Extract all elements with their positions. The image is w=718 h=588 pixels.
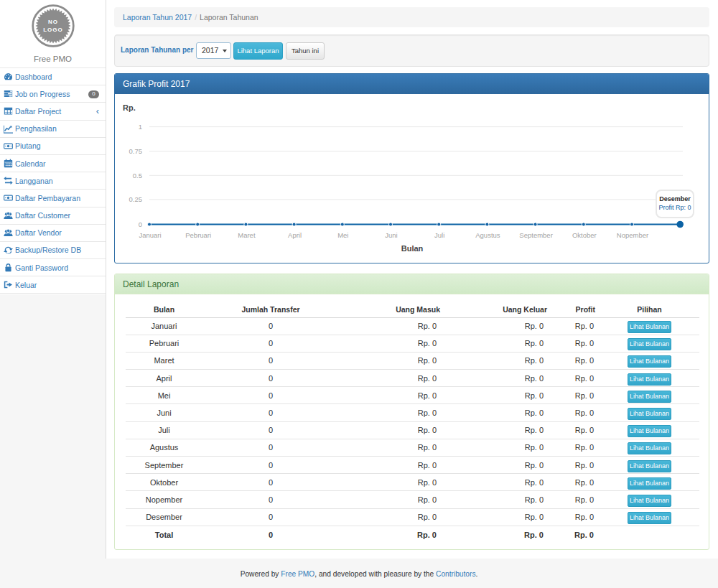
svg-text:0.5: 0.5 bbox=[133, 172, 142, 179]
svg-text:Nopember: Nopember bbox=[617, 231, 648, 239]
svg-text:Januari: Januari bbox=[139, 231, 161, 239]
svg-text:April: April bbox=[288, 231, 302, 239]
svg-text:0.25: 0.25 bbox=[129, 195, 143, 203]
svg-text:Pebruari: Pebruari bbox=[185, 231, 211, 239]
svg-text:0: 0 bbox=[139, 220, 142, 228]
svg-text:Oktober: Oktober bbox=[572, 231, 597, 239]
svg-text:LOGO: LOGO bbox=[43, 27, 63, 33]
svg-text:1: 1 bbox=[139, 123, 142, 131]
svg-text:Rp.: Rp. bbox=[123, 103, 136, 112]
svg-text:September: September bbox=[519, 231, 552, 239]
svg-text:Bulan: Bulan bbox=[401, 244, 424, 253]
svg-text:NO: NO bbox=[48, 19, 58, 25]
svg-text:Agustus: Agustus bbox=[475, 231, 500, 239]
svg-text:Juni: Juni bbox=[385, 231, 397, 239]
svg-text:0.75: 0.75 bbox=[129, 147, 143, 155]
svg-text:Mei: Mei bbox=[337, 231, 348, 239]
svg-text:Maret: Maret bbox=[238, 231, 256, 239]
svg-text:Juli: Juli bbox=[434, 231, 444, 239]
